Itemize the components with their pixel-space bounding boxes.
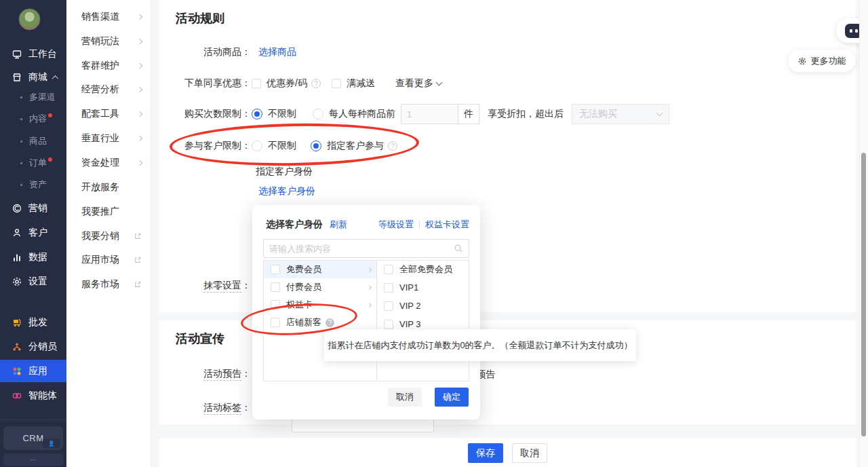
list-item-vip2[interactable]: VIP 2 (377, 297, 469, 315)
help-icon[interactable] (388, 141, 397, 151)
menu-item-sales-channels[interactable]: 销售渠道 (66, 10, 151, 24)
more-features-button[interactable]: 更多功能 (788, 50, 855, 72)
menu-item-promote[interactable]: 我要推广 (66, 204, 151, 219)
row-purchase-limit: 购买次数限制： 不限制 每人每种商品前 件 享受折扣，超出后 无法购买 (176, 104, 669, 124)
checkbox[interactable] (271, 282, 280, 292)
menu-item-marketing-play[interactable]: 营销玩法 (66, 34, 151, 49)
benefit-card-settings-link[interactable]: 权益卡设置 (425, 219, 469, 231)
store-icon (12, 72, 22, 83)
list-item-free-member[interactable]: 免费会员 (264, 261, 376, 278)
crm-button[interactable]: CRM 👤 (3, 426, 63, 450)
row-preview: 活动预告： (176, 364, 251, 384)
menu-item-support-tools[interactable]: 配套工具 (66, 107, 151, 122)
checkbox[interactable] (271, 318, 280, 327)
chevron-down-icon (656, 110, 663, 117)
help-icon[interactable] (311, 79, 321, 88)
popup-header: 选择客户身份 刷新 等级设置 权益卡设置 (266, 219, 469, 231)
checkbox[interactable] (271, 265, 280, 274)
bar-chart-icon (12, 252, 22, 263)
menu-item-vertical-industry[interactable]: 垂直行业 (66, 131, 151, 146)
field-label: 购买次数限制： (176, 108, 251, 120)
select-goods-link[interactable]: 选择商品 (258, 46, 296, 58)
footer-bar: 保存 取消 (159, 438, 856, 467)
customer-unlimited-radio[interactable] (252, 141, 262, 151)
popup-title: 选择客户身份 (266, 219, 323, 231)
menu-item-service-market[interactable]: 服务市场 (66, 277, 151, 292)
unlimited-radio[interactable] (252, 109, 262, 119)
checkbox[interactable] (271, 300, 280, 310)
sidebar-subitem-assets[interactable]: 资产 (0, 175, 66, 194)
checkbox[interactable] (384, 283, 393, 293)
sidebar-item-agent[interactable]: 智能体 (0, 386, 66, 406)
chevron-up-icon (52, 75, 59, 81)
menu-item-funds[interactable]: 资金处理 (66, 155, 151, 170)
popup-confirm-button[interactable]: 确定 (435, 388, 469, 407)
row-tags: 活动标签： (176, 398, 251, 418)
list-item-benefit-card[interactable]: 权益卡 (264, 296, 376, 314)
checkbox[interactable] (384, 265, 393, 274)
list-item-paid-member[interactable]: 付费会员 (264, 278, 376, 296)
search-input[interactable] (269, 244, 454, 254)
row-rounding: 抹零设置： (176, 276, 251, 296)
rounding-label: 抹零设置 (203, 280, 241, 293)
sidebar-subitem-orders[interactable]: 订单 (0, 153, 66, 172)
sidebar-item-customers[interactable]: 客户 (0, 223, 66, 243)
menu-item-app-market[interactable]: 应用市场 (66, 253, 151, 267)
cancel-button[interactable]: 取消 (512, 443, 547, 463)
crm-users-icon: 👤 (43, 438, 60, 448)
specified-customer-radio[interactable] (311, 141, 321, 151)
help-icon[interactable] (326, 318, 334, 327)
chevron-right-icon (137, 14, 142, 20)
sidebar-item-apps[interactable]: 应用 (0, 360, 66, 382)
customer-icon (12, 227, 22, 238)
menu-item-business-analysis[interactable]: 经营分析 (66, 82, 151, 97)
menu-item-open-services[interactable]: 开放服务 (66, 180, 151, 195)
view-more-link[interactable]: 查看更多 (395, 77, 433, 90)
identity-list: 免费会员 付费会员 权益卡 店铺新客 全部免费会员 VIP1 VIP 2 VIP… (263, 260, 469, 381)
checkbox[interactable] (384, 320, 393, 329)
chevron-down-icon (435, 79, 442, 86)
more-button[interactable]: ··· (3, 453, 63, 466)
limit-count-input[interactable] (401, 104, 458, 124)
sidebar-item-marketing[interactable]: 营销 (0, 198, 66, 219)
sidebar-subitem-goods[interactable]: 商品 (0, 132, 66, 151)
menu-item-distribution[interactable]: 我要分销 (66, 229, 151, 244)
sidebar-item-distributor[interactable]: 分销员 (0, 337, 66, 357)
section-title-rules: 活动规则 (176, 10, 224, 26)
sidebar-item-wholesale[interactable]: 批发 (0, 312, 66, 333)
sidebar-item-mall[interactable]: 商城 (0, 67, 66, 88)
avatar[interactable] (18, 8, 41, 31)
main-content: 保存 取消 活动规则 活动商品： 选择商品 下单同享优惠： 优惠券/码 满减送 … (151, 0, 868, 467)
chevron-right-icon (137, 87, 142, 92)
sidebar-subitem-channels[interactable]: 多渠道 (0, 88, 66, 107)
sidebar-subitem-content[interactable]: 内容 (0, 109, 66, 128)
external-link-icon (134, 232, 142, 240)
level-settings-link[interactable]: 等级设置 (378, 219, 414, 231)
sidebar-item-label: 商城 (28, 71, 47, 83)
sidebar-item-workbench[interactable]: 工作台 (0, 44, 66, 64)
checkbox[interactable] (384, 301, 393, 311)
select-identity-popup: 选择客户身份 刷新 等级设置 权益卡设置 免费会员 付费会员 权益卡 店铺新客 … (252, 205, 480, 419)
refresh-link[interactable]: 刷新 (330, 219, 347, 231)
list-item-vip1[interactable]: VIP1 (377, 278, 469, 297)
notification-dot (48, 113, 52, 117)
popup-cancel-button[interactable]: 取消 (388, 388, 422, 407)
list-item-all-free-members[interactable]: 全部免费会员 (377, 261, 469, 278)
sidebar-item-settings[interactable]: 设置 (0, 272, 66, 292)
field-label: 参与客户限制： (176, 140, 251, 152)
overflow-behavior-select[interactable]: 无法购买 (572, 104, 669, 124)
wholesale-icon (12, 317, 22, 328)
apps-icon (12, 366, 22, 377)
save-button[interactable]: 保存 (468, 443, 503, 463)
select-identity-link[interactable]: 选择客户身份 (258, 185, 315, 198)
sidebar-item-data[interactable]: 数据 (0, 247, 66, 267)
menu-item-customer-care[interactable]: 客群维护 (66, 58, 151, 73)
identity-right-column: 全部免费会员 VIP1 VIP 2 VIP 3 (377, 261, 469, 381)
coupon-checkbox[interactable] (252, 79, 261, 88)
scrollbar-thumb[interactable] (861, 153, 866, 436)
external-link-icon (134, 280, 142, 288)
secondary-menu: 销售渠道 营销玩法 客群维护 经营分析 配套工具 垂直行业 资金处理 开放服务 … (66, 0, 151, 467)
per-person-radio[interactable] (313, 109, 323, 119)
distributor-icon (12, 341, 22, 352)
full-reduction-checkbox[interactable] (332, 79, 341, 88)
